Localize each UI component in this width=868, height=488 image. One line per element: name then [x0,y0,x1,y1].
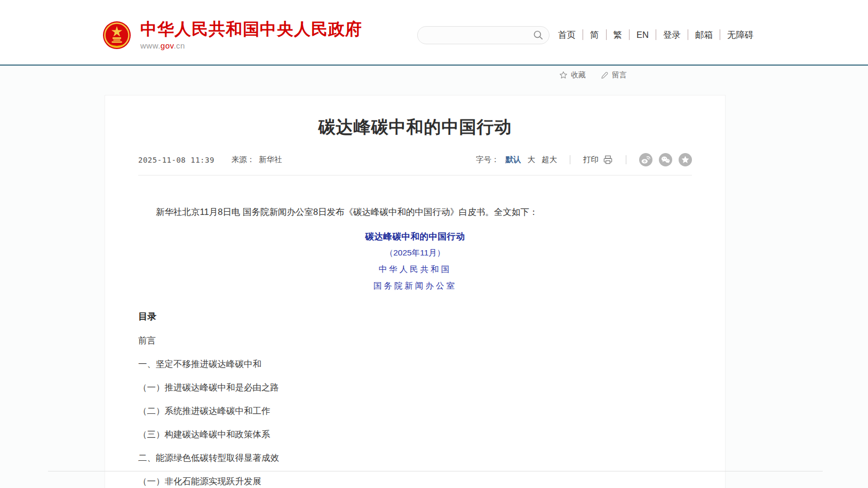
site-title: 中华人民共和国中央人民政府 [140,20,362,38]
site-header: 中华人民共和国中央人民政府 www.gov.cn 首页 简 繁 EN 登录 邮箱… [0,0,868,65]
star-icon [559,71,568,79]
toc-item: 二、能源绿色低碳转型取得显著成效 [138,452,692,463]
article-meta-row: 2025-11-08 11:39 来源： 新华社 字号： 默认 大 超大 打印 [138,153,692,175]
site-url-prefix: www. [140,41,161,50]
favorite-share-icon[interactable] [679,153,692,166]
intro-paragraph: 新华社北京11月8日电 国务院新闻办公室8日发布《碳达峰碳中和的中国行动》白皮书… [138,206,692,217]
toc-item: 一、坚定不移推进碳达峰碳中和 [138,358,692,369]
toc-heading: 目录 [138,311,692,322]
doc-issuer-line1: 中华人民共和国 [138,264,692,275]
comment-button[interactable]: 留言 [601,70,627,80]
meta-right: 字号： 默认 大 超大 打印 [476,153,692,166]
nav-mail[interactable]: 邮箱 [688,29,720,40]
nav-simplified[interactable]: 简 [583,29,606,40]
doc-title: 碳达峰碳中和的中国行动 [138,231,692,242]
article-body: 新华社北京11月8日电 国务院新闻办公室8日发布《碳达峰碳中和的中国行动》白皮书… [138,175,692,486]
quick-actions: 收藏 留言 [559,70,627,80]
search-icon[interactable] [533,30,544,41]
national-emblem-icon [102,21,131,50]
doc-date: （2025年11月） [138,247,692,258]
search-input[interactable] [426,30,533,40]
article-date: 2025-11-08 11:39 [138,156,214,164]
meta-left: 2025-11-08 11:39 来源： 新华社 [138,155,282,165]
content-area: 收藏 留言 碳达峰碳中和的中国行动 2025-11-08 11:39 来源： 新… [0,66,868,488]
nav-traditional[interactable]: 繁 [606,29,630,40]
nav-accessibility[interactable]: 无障碍 [720,29,761,40]
pencil-icon [601,71,609,79]
doc-issuer-line2: 国务院新闻办公室 [138,281,692,291]
nav-english[interactable]: EN [629,29,656,40]
printer-icon [603,155,613,165]
font-size-label: 字号： [476,155,499,165]
viewport-bottom-edge [48,471,823,471]
nav-home[interactable]: 首页 [556,29,583,40]
source-label: 来源： [232,155,255,165]
share-icons [639,153,692,166]
comment-label: 留言 [612,70,627,80]
toc-item: （三）构建碳达峰碳中和政策体系 [138,429,692,439]
search-box[interactable] [417,26,550,44]
site-url: www.gov.cn [140,41,362,50]
favorite-button[interactable]: 收藏 [559,70,586,80]
wechat-share-icon[interactable] [659,153,672,166]
divider [570,155,570,164]
nav-login[interactable]: 登录 [656,29,688,40]
toc-item: 前言 [138,335,692,346]
font-size-default[interactable]: 默认 [506,155,521,165]
article-card: 碳达峰碳中和的中国行动 2025-11-08 11:39 来源： 新华社 字号：… [105,95,726,488]
source-value: 新华社 [259,155,282,165]
toc-item: （一）非化石能源实现跃升发展 [138,476,692,486]
favorite-label: 收藏 [571,70,586,80]
brand-text: 中华人民共和国中央人民政府 www.gov.cn [140,20,362,50]
weibo-share-icon[interactable] [639,153,652,166]
article-title: 碳达峰碳中和的中国行动 [126,117,704,137]
print-button[interactable]: 打印 [583,155,613,165]
divider [626,155,626,164]
toc-item: （一）推进碳达峰碳中和是必由之路 [138,382,692,393]
site-url-suffix: .cn [173,41,185,50]
font-size-large[interactable]: 大 [528,155,536,165]
top-nav: 首页 简 繁 EN 登录 邮箱 无障碍 [556,29,760,40]
font-size-xlarge[interactable]: 超大 [541,155,557,165]
site-brand[interactable]: 中华人民共和国中央人民政府 www.gov.cn [102,20,362,50]
toc-item: （二）系统推进碳达峰碳中和工作 [138,405,692,416]
print-label: 打印 [583,155,599,165]
site-url-gov: gov [161,41,174,50]
